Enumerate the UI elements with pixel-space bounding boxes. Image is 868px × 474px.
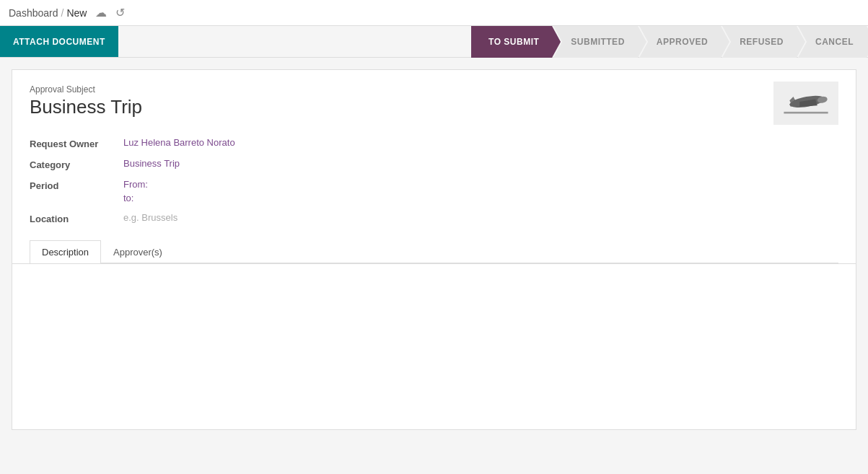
breadcrumb-current: New (66, 7, 87, 19)
save-cloud-icon[interactable]: ☁ (95, 6, 107, 19)
reset-icon[interactable]: ↺ (115, 6, 125, 19)
workflow-step-label: REFUSED (740, 37, 784, 47)
form-row-request-owner: Request Owner Luz Helena Barreto Norato (30, 133, 838, 154)
field-label-location: Location (30, 212, 123, 224)
breadcrumb-home[interactable]: Dashboard (9, 7, 58, 19)
tab-description[interactable]: Description (30, 240, 101, 263)
workflow-step-approved[interactable]: APPROVED (639, 26, 721, 58)
breadcrumb: Dashboard / New (9, 7, 87, 19)
form-row-category: Category Business Trip (30, 154, 838, 175)
svg-rect-5 (784, 111, 828, 113)
workflow-step-cancel[interactable]: CANCEL (798, 26, 867, 58)
workflow-bar: ATTACH DOCUMENT TO SUBMIT SUBMITTED APPR… (0, 26, 868, 58)
approval-subject-label: Approval Subject (30, 84, 838, 95)
period-to[interactable]: to: (123, 193, 148, 203)
plane-icon-container (773, 82, 838, 125)
main-content: Approval Subject Business Trip Request O… (0, 58, 868, 442)
form-row-period: Period From: to: (30, 175, 838, 208)
workflow-step-refused[interactable]: REFUSED (722, 26, 797, 58)
form-tabs: Description Approver(s) (30, 240, 838, 263)
workflow-step-label: TO SUBMIT (488, 37, 539, 47)
workflow-spacer (118, 26, 471, 57)
workflow-step-label: APPROVED (657, 37, 708, 47)
field-value-period: From: to: (123, 179, 148, 203)
workflow-step-to-submit[interactable]: TO SUBMIT (471, 26, 552, 58)
field-label-category: Category (30, 158, 123, 170)
workflow-steps: TO SUBMIT SUBMITTED APPROVED REFUSED CAN… (471, 26, 868, 57)
workflow-step-label: CANCEL (815, 37, 854, 47)
form-fields: Request Owner Luz Helena Barreto Norato … (30, 133, 838, 229)
field-value-category[interactable]: Business Trip (123, 158, 838, 169)
approval-subject-title: Business Trip (30, 96, 838, 118)
tab-approvers[interactable]: Approver(s) (101, 240, 175, 263)
attach-document-button[interactable]: ATTACH DOCUMENT (0, 26, 118, 57)
period-from[interactable]: From: (123, 179, 148, 190)
tab-content-description (12, 264, 856, 430)
field-value-request-owner[interactable]: Luz Helena Barreto Norato (123, 137, 838, 148)
form-card: Approval Subject Business Trip Request O… (12, 69, 856, 264)
workflow-step-submitted[interactable]: SUBMITTED (553, 26, 638, 58)
form-row-location: Location e.g. Brussels (30, 208, 838, 229)
field-label-period: Period (30, 179, 123, 191)
field-label-request-owner: Request Owner (30, 137, 123, 149)
plane-icon (781, 87, 831, 120)
field-value-location[interactable]: e.g. Brussels (123, 212, 838, 223)
breadcrumb-separator: / (61, 7, 64, 19)
workflow-step-label: SUBMITTED (571, 37, 625, 47)
top-bar: Dashboard / New ☁ ↺ (0, 0, 868, 26)
